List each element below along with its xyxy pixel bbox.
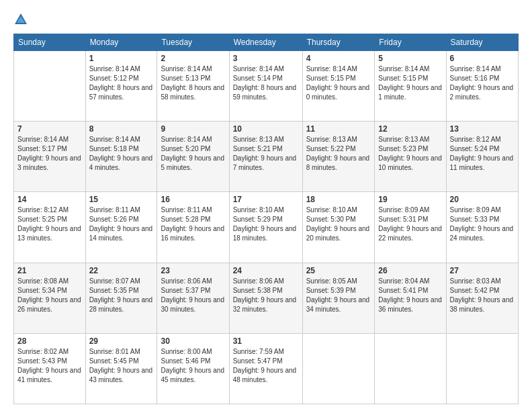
calendar-cell: 25Sunrise: 8:05 AMSunset: 5:39 PMDayligh… xyxy=(302,263,375,333)
day-info: Sunrise: 8:12 AMSunset: 5:25 PMDaylight:… xyxy=(17,205,82,243)
header-sunday: Sunday xyxy=(14,34,86,51)
calendar-cell: 27Sunrise: 8:03 AMSunset: 5:42 PMDayligh… xyxy=(446,263,518,333)
calendar-cell: 15Sunrise: 8:11 AMSunset: 5:26 PMDayligh… xyxy=(85,192,157,263)
day-info: Sunrise: 8:13 AMSunset: 5:23 PMDaylight:… xyxy=(378,135,442,173)
calendar-cell xyxy=(14,51,86,122)
calendar-cell: 5Sunrise: 8:14 AMSunset: 5:15 PMDaylight… xyxy=(375,51,446,122)
calendar-cell: 29Sunrise: 8:01 AMSunset: 5:45 PMDayligh… xyxy=(85,333,157,404)
day-number: 13 xyxy=(450,124,515,134)
calendar-cell: 6Sunrise: 8:14 AMSunset: 5:16 PMDaylight… xyxy=(446,51,518,122)
day-info: Sunrise: 8:09 AMSunset: 5:31 PMDaylight:… xyxy=(378,205,442,243)
calendar-cell xyxy=(375,333,446,404)
calendar-cell: 2Sunrise: 8:14 AMSunset: 5:13 PMDaylight… xyxy=(157,51,229,122)
day-info: Sunrise: 8:11 AMSunset: 5:28 PMDaylight:… xyxy=(161,205,225,243)
calendar-cell: 8Sunrise: 8:14 AMSunset: 5:18 PMDaylight… xyxy=(85,122,157,192)
day-number: 24 xyxy=(233,266,299,275)
day-number: 22 xyxy=(89,266,154,275)
day-number: 21 xyxy=(17,266,82,275)
day-info: Sunrise: 8:14 AMSunset: 5:13 PMDaylight:… xyxy=(161,64,225,102)
calendar-cell: 9Sunrise: 8:14 AMSunset: 5:20 PMDaylight… xyxy=(157,122,229,192)
calendar-cell: 10Sunrise: 8:13 AMSunset: 5:21 PMDayligh… xyxy=(229,122,302,192)
header-saturday: Saturday xyxy=(446,34,518,51)
day-info: Sunrise: 8:14 AMSunset: 5:18 PMDaylight:… xyxy=(89,135,154,173)
day-number: 16 xyxy=(161,195,225,204)
calendar-cell: 3Sunrise: 8:14 AMSunset: 5:14 PMDaylight… xyxy=(229,51,302,122)
calendar-cell: 21Sunrise: 8:08 AMSunset: 5:34 PMDayligh… xyxy=(14,263,86,333)
day-number: 4 xyxy=(306,54,371,63)
day-info: Sunrise: 8:05 AMSunset: 5:39 PMDaylight:… xyxy=(306,277,371,314)
calendar-cell: 20Sunrise: 8:09 AMSunset: 5:33 PMDayligh… xyxy=(446,192,518,263)
page-header xyxy=(13,11,519,27)
day-number: 12 xyxy=(378,124,442,134)
header-wednesday: Wednesday xyxy=(229,34,302,51)
day-number: 25 xyxy=(306,266,371,275)
calendar-cell: 31Sunrise: 7:59 AMSunset: 5:47 PMDayligh… xyxy=(229,333,302,404)
day-number: 19 xyxy=(378,195,442,204)
header-thursday: Thursday xyxy=(302,34,375,51)
day-info: Sunrise: 8:10 AMSunset: 5:29 PMDaylight:… xyxy=(233,205,299,243)
calendar-cell: 1Sunrise: 8:14 AMSunset: 5:12 PMDaylight… xyxy=(85,51,157,122)
day-info: Sunrise: 8:14 AMSunset: 5:15 PMDaylight:… xyxy=(306,64,371,102)
logo-icon xyxy=(13,12,28,27)
calendar-cell: 16Sunrise: 8:11 AMSunset: 5:28 PMDayligh… xyxy=(157,192,229,263)
calendar-cell: 14Sunrise: 8:12 AMSunset: 5:25 PMDayligh… xyxy=(14,192,86,263)
weekday-header-row: Sunday Monday Tuesday Wednesday Thursday… xyxy=(14,34,519,51)
calendar-week-1: 1Sunrise: 8:14 AMSunset: 5:12 PMDaylight… xyxy=(14,51,519,122)
day-number: 5 xyxy=(378,54,442,63)
day-info: Sunrise: 8:00 AMSunset: 5:46 PMDaylight:… xyxy=(161,347,225,385)
day-number: 11 xyxy=(306,124,371,134)
day-info: Sunrise: 8:14 AMSunset: 5:15 PMDaylight:… xyxy=(378,64,442,102)
day-number: 7 xyxy=(17,124,82,134)
calendar-cell: 17Sunrise: 8:10 AMSunset: 5:29 PMDayligh… xyxy=(229,192,302,263)
day-number: 8 xyxy=(89,124,154,134)
calendar-week-2: 7Sunrise: 8:14 AMSunset: 5:17 PMDaylight… xyxy=(14,122,519,192)
day-number: 18 xyxy=(306,195,371,204)
day-info: Sunrise: 8:02 AMSunset: 5:43 PMDaylight:… xyxy=(17,347,82,385)
calendar-cell: 11Sunrise: 8:13 AMSunset: 5:22 PMDayligh… xyxy=(302,122,375,192)
calendar-cell: 22Sunrise: 8:07 AMSunset: 5:35 PMDayligh… xyxy=(85,263,157,333)
day-info: Sunrise: 8:14 AMSunset: 5:16 PMDaylight:… xyxy=(450,64,515,102)
day-number: 10 xyxy=(233,124,299,134)
header-tuesday: Tuesday xyxy=(157,34,229,51)
day-info: Sunrise: 7:59 AMSunset: 5:47 PMDaylight:… xyxy=(233,347,299,385)
calendar-cell: 13Sunrise: 8:12 AMSunset: 5:24 PMDayligh… xyxy=(446,122,518,192)
calendar-cell xyxy=(302,333,375,404)
day-info: Sunrise: 8:04 AMSunset: 5:41 PMDaylight:… xyxy=(378,277,442,314)
day-info: Sunrise: 8:06 AMSunset: 5:37 PMDaylight:… xyxy=(161,277,225,314)
calendar-cell: 28Sunrise: 8:02 AMSunset: 5:43 PMDayligh… xyxy=(14,333,86,404)
day-number: 31 xyxy=(233,336,299,346)
day-number: 6 xyxy=(450,54,515,63)
day-info: Sunrise: 8:14 AMSunset: 5:20 PMDaylight:… xyxy=(161,135,225,173)
day-number: 27 xyxy=(450,266,515,275)
calendar-cell: 24Sunrise: 8:06 AMSunset: 5:38 PMDayligh… xyxy=(229,263,302,333)
day-info: Sunrise: 8:10 AMSunset: 5:30 PMDaylight:… xyxy=(306,205,371,243)
calendar-week-5: 28Sunrise: 8:02 AMSunset: 5:43 PMDayligh… xyxy=(14,333,519,404)
day-number: 29 xyxy=(89,336,154,346)
day-info: Sunrise: 8:14 AMSunset: 5:14 PMDaylight:… xyxy=(233,64,299,102)
day-info: Sunrise: 8:14 AMSunset: 5:12 PMDaylight:… xyxy=(89,64,154,102)
day-number: 9 xyxy=(161,124,225,134)
day-number: 30 xyxy=(161,336,225,346)
day-number: 14 xyxy=(17,195,82,204)
day-number: 15 xyxy=(89,195,154,204)
calendar-table: Sunday Monday Tuesday Wednesday Thursday… xyxy=(13,34,519,404)
calendar-cell: 12Sunrise: 8:13 AMSunset: 5:23 PMDayligh… xyxy=(375,122,446,192)
calendar-cell: 4Sunrise: 8:14 AMSunset: 5:15 PMDaylight… xyxy=(302,51,375,122)
calendar-cell: 30Sunrise: 8:00 AMSunset: 5:46 PMDayligh… xyxy=(157,333,229,404)
day-info: Sunrise: 8:13 AMSunset: 5:22 PMDaylight:… xyxy=(306,135,371,173)
day-info: Sunrise: 8:13 AMSunset: 5:21 PMDaylight:… xyxy=(233,135,299,173)
calendar-week-3: 14Sunrise: 8:12 AMSunset: 5:25 PMDayligh… xyxy=(14,192,519,263)
day-info: Sunrise: 8:11 AMSunset: 5:26 PMDaylight:… xyxy=(89,205,154,243)
day-info: Sunrise: 8:14 AMSunset: 5:17 PMDaylight:… xyxy=(17,135,82,173)
header-monday: Monday xyxy=(85,34,157,51)
calendar-cell xyxy=(446,333,518,404)
day-number: 23 xyxy=(161,266,225,275)
day-number: 17 xyxy=(233,195,299,204)
day-info: Sunrise: 8:03 AMSunset: 5:42 PMDaylight:… xyxy=(450,277,515,314)
calendar-week-4: 21Sunrise: 8:08 AMSunset: 5:34 PMDayligh… xyxy=(14,263,519,333)
day-info: Sunrise: 8:07 AMSunset: 5:35 PMDaylight:… xyxy=(89,277,154,314)
calendar-cell: 7Sunrise: 8:14 AMSunset: 5:17 PMDaylight… xyxy=(14,122,86,192)
day-info: Sunrise: 8:06 AMSunset: 5:38 PMDaylight:… xyxy=(233,277,299,314)
calendar-cell: 26Sunrise: 8:04 AMSunset: 5:41 PMDayligh… xyxy=(375,263,446,333)
logo xyxy=(13,11,31,27)
